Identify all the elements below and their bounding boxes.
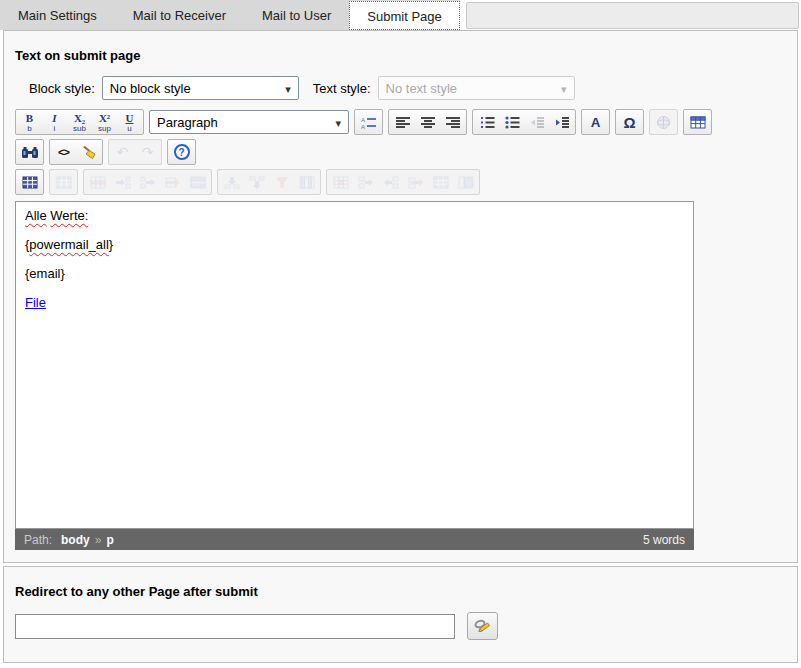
rte-toolbar-row2: <> ↶ ↷ ? <box>15 139 797 165</box>
line-style-group: AA <box>354 109 383 135</box>
undo-redo-group: ↶ ↷ <box>108 139 162 165</box>
help-button[interactable]: ? <box>169 141 194 163</box>
column-split-button <box>294 171 319 193</box>
row-properties-button <box>85 171 110 193</box>
column-insert-after-icon <box>249 176 265 189</box>
chevron-down-icon <box>561 81 567 96</box>
insert-table-button[interactable] <box>685 111 710 133</box>
outdent-button <box>524 111 549 133</box>
broom-icon <box>81 145 97 159</box>
justify-left-icon <box>395 116 411 129</box>
cell-delete-button <box>403 171 428 193</box>
view-source-icon: <> <box>58 146 69 158</box>
row-split-icon <box>190 176 206 189</box>
cell-split-icon <box>458 176 474 189</box>
block-format-select[interactable]: Paragraph <box>149 110 349 134</box>
path-node-body[interactable]: body <box>61 533 90 547</box>
text-style-label: Text style: <box>313 81 371 96</box>
cell-delete-icon <box>408 176 424 189</box>
tab-submit-page[interactable]: Submit Page <box>349 1 459 30</box>
find-group <box>15 139 44 165</box>
redo-icon: ↷ <box>142 144 154 160</box>
editor-paragraph: Alle Werte: <box>25 208 684 223</box>
rte-status-bar: Path: body » p 5 words <box>15 529 694 550</box>
block-style-label: Block style: <box>29 81 95 96</box>
rte-content-area[interactable]: Alle Werte: {powermail_all} {email} File <box>15 201 694 529</box>
insert-table-group <box>683 109 712 135</box>
italic-button[interactable]: Ii <box>42 111 67 133</box>
block-format-value: Paragraph <box>157 115 218 130</box>
globe-link-icon <box>656 115 671 130</box>
table-properties-group <box>49 169 78 195</box>
column-delete-button <box>269 171 294 193</box>
special-character-button[interactable]: Ω <box>617 111 642 133</box>
justify-center-button[interactable] <box>415 111 440 133</box>
column-operations-group <box>217 169 321 195</box>
text-style-select: No text style <box>378 76 575 100</box>
redirect-page-input[interactable] <box>15 614 455 639</box>
tab-strip: Main Settings Mail to Receiver Mail to U… <box>0 0 460 30</box>
text-style-value: No text style <box>386 81 458 96</box>
italic-icon: Ii <box>52 112 56 133</box>
underline-button[interactable]: Uu <box>117 111 142 133</box>
style-select-row: Block style: No block style Text style: … <box>15 76 797 100</box>
rte-toolbar-row1: Bb Ii X₂sub X²sup Uu Paragraph AA A <box>15 109 797 135</box>
superscript-icon: X²sup <box>98 112 111 133</box>
abbreviation-group: A <box>581 109 610 135</box>
justify-left-button[interactable] <box>390 111 415 133</box>
cell-insert-before-button <box>353 171 378 193</box>
redirect-row <box>15 612 797 640</box>
align-group <box>388 109 467 135</box>
help-icon: ? <box>174 144 190 160</box>
cell-merge-icon <box>433 176 449 189</box>
editor-paragraph: File <box>25 295 684 310</box>
table-properties-button <box>51 171 76 193</box>
column-insert-after-button <box>244 171 269 193</box>
row-insert-above-button <box>110 171 135 193</box>
tab-mail-to-receiver[interactable]: Mail to Receiver <box>115 0 244 30</box>
superscript-button[interactable]: X²sup <box>92 111 117 133</box>
justify-right-icon <box>445 116 461 129</box>
view-source-button[interactable]: <> <box>51 141 76 163</box>
insert-table-icon <box>690 116 706 129</box>
justify-right-button[interactable] <box>440 111 465 133</box>
file-link[interactable]: File <box>25 295 46 310</box>
editor-paragraph: {powermail_all} <box>25 237 684 252</box>
unordered-list-button[interactable] <box>499 111 524 133</box>
browse-record-button[interactable] <box>467 612 498 640</box>
path-node-p[interactable]: p <box>106 533 113 547</box>
redo-button: ↷ <box>135 141 160 163</box>
outdent-icon <box>529 116 545 129</box>
row-properties-icon <box>90 176 106 189</box>
undo-button: ↶ <box>110 141 135 163</box>
link-pencil-icon <box>474 618 491 634</box>
toggle-borders-icon <box>22 176 38 189</box>
block-style-select[interactable]: No block style <box>102 76 299 100</box>
tab-mail-to-user[interactable]: Mail to User <box>244 0 349 30</box>
remove-format-button[interactable] <box>76 141 101 163</box>
row-insert-below-icon <box>140 176 156 189</box>
svg-text:A: A <box>361 116 365 122</box>
chevron-down-icon <box>335 115 341 130</box>
cell-insert-after-button <box>378 171 403 193</box>
cell-split-button <box>453 171 478 193</box>
tab-bar-filler <box>466 2 799 29</box>
column-delete-icon <box>274 176 290 189</box>
row-delete-icon <box>165 176 181 189</box>
ordered-list-button[interactable] <box>474 111 499 133</box>
source-clean-group: <> <box>49 139 103 165</box>
abbreviation-button[interactable]: A <box>583 111 608 133</box>
subscript-button[interactable]: X₂sub <box>67 111 92 133</box>
binoculars-icon <box>21 146 39 159</box>
line-style-button[interactable]: AA <box>356 111 381 133</box>
bold-button[interactable]: Bb <box>17 111 42 133</box>
column-insert-before-icon <box>224 176 240 189</box>
find-replace-button[interactable] <box>17 141 42 163</box>
toggle-borders-button[interactable] <box>17 171 42 193</box>
indent-button[interactable] <box>549 111 574 133</box>
subscript-icon: X₂sub <box>73 112 86 133</box>
row-delete-button <box>160 171 185 193</box>
row-operations-group <box>83 169 212 195</box>
undo-icon: ↶ <box>117 144 129 160</box>
tab-main-settings[interactable]: Main Settings <box>0 0 115 30</box>
